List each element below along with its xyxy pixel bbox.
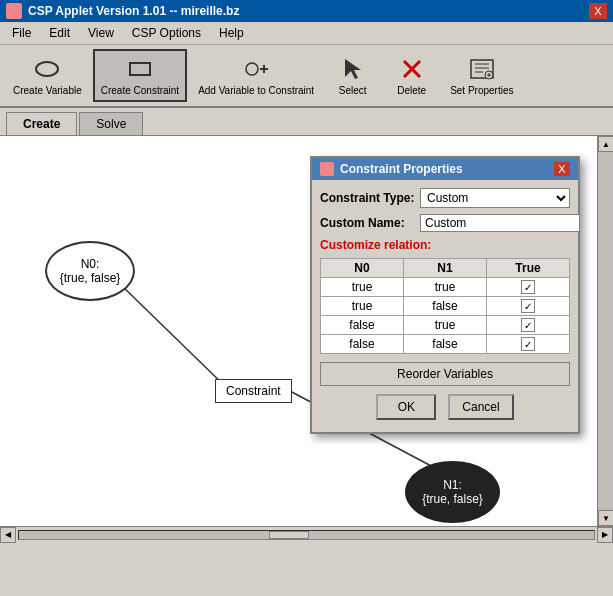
custom-name-input[interactable] bbox=[420, 214, 580, 232]
menu-file[interactable]: File bbox=[4, 24, 39, 42]
scroll-up-button[interactable]: ▲ bbox=[598, 136, 613, 152]
scroll-track-right bbox=[598, 152, 613, 510]
row1-check[interactable]: ✓ bbox=[487, 278, 570, 297]
create-constraint-button[interactable]: Create Constraint bbox=[93, 49, 187, 102]
constraint-box[interactable]: Constraint bbox=[215, 379, 292, 403]
tab-solve[interactable]: Solve bbox=[79, 112, 143, 135]
row2-n1: false bbox=[404, 297, 487, 316]
right-scrollbar: ▲ ▼ bbox=[597, 136, 613, 526]
select-button[interactable]: Select bbox=[325, 50, 380, 101]
relation-table: N0 N1 True true true ✓ true bbox=[320, 258, 570, 354]
checkbox-row3[interactable]: ✓ bbox=[521, 318, 535, 332]
add-variable-label: Add Variable to Constraint bbox=[198, 85, 314, 96]
menu-bar: File Edit View CSP Options Help bbox=[0, 22, 613, 45]
constraint-type-label: Constraint Type: bbox=[320, 191, 420, 205]
svg-point-2 bbox=[246, 63, 258, 75]
reorder-variables-button[interactable]: Reorder Variables bbox=[320, 362, 570, 386]
bottom-scrollbar: ◀ ▶ bbox=[0, 526, 613, 542]
menu-csp-options[interactable]: CSP Options bbox=[124, 24, 209, 42]
title-bar: CSP Applet Version 1.01 -- mireille.bz X bbox=[0, 0, 613, 22]
svg-marker-5 bbox=[345, 59, 361, 79]
dialog-body: Constraint Type: Custom AllDiff AllSame … bbox=[312, 180, 578, 432]
select-label: Select bbox=[339, 85, 367, 96]
select-icon bbox=[339, 55, 367, 83]
node-n1-label: N1:{true, false} bbox=[422, 478, 483, 506]
create-variable-label: Create Variable bbox=[13, 85, 82, 96]
dialog-footer: OK Cancel bbox=[320, 394, 570, 424]
row4-n1: false bbox=[404, 335, 487, 354]
table-row: false true ✓ bbox=[321, 316, 570, 335]
col-header-n0: N0 bbox=[321, 259, 404, 278]
relation-table-body: true true ✓ true false ✓ false true bbox=[321, 278, 570, 354]
row3-n1: true bbox=[404, 316, 487, 335]
app-icon bbox=[6, 3, 22, 19]
create-constraint-label: Create Constraint bbox=[101, 85, 179, 96]
row2-check[interactable]: ✓ bbox=[487, 297, 570, 316]
row1-n1: true bbox=[404, 278, 487, 297]
delete-label: Delete bbox=[397, 85, 426, 96]
scroll-right-button[interactable]: ▶ bbox=[597, 527, 613, 543]
row1-n0: true bbox=[321, 278, 404, 297]
col-header-true: True bbox=[487, 259, 570, 278]
col-header-n1: N1 bbox=[404, 259, 487, 278]
customize-relation-label: Customize relation: bbox=[320, 238, 570, 252]
set-properties-label: Set Properties bbox=[450, 85, 513, 96]
set-properties-button[interactable]: Set Properties bbox=[443, 50, 520, 101]
delete-icon bbox=[398, 55, 426, 83]
scroll-down-button[interactable]: ▼ bbox=[598, 510, 613, 526]
constraint-type-select[interactable]: Custom AllDiff AllSame bbox=[420, 188, 570, 208]
dialog-title-bar: Constraint Properties X bbox=[312, 158, 578, 180]
cancel-button[interactable]: Cancel bbox=[448, 394, 513, 420]
row4-n0: false bbox=[321, 335, 404, 354]
canvas-area[interactable]: N0:{true, false} Constraint N1:{true, fa… bbox=[0, 136, 613, 526]
table-row: true true ✓ bbox=[321, 278, 570, 297]
ok-button[interactable]: OK bbox=[376, 394, 436, 420]
menu-edit[interactable]: Edit bbox=[41, 24, 78, 42]
tab-create[interactable]: Create bbox=[6, 112, 77, 135]
constraint-properties-dialog: Constraint Properties X Constraint Type:… bbox=[310, 156, 580, 434]
constraint-label: Constraint bbox=[226, 384, 281, 398]
row2-n0: true bbox=[321, 297, 404, 316]
scroll-thumb-bottom[interactable] bbox=[269, 531, 309, 539]
checkbox-row4[interactable]: ✓ bbox=[521, 337, 535, 351]
tab-bar: Create Solve bbox=[0, 108, 613, 136]
add-variable-icon bbox=[242, 55, 270, 83]
scroll-left-button[interactable]: ◀ bbox=[0, 527, 16, 543]
menu-view[interactable]: View bbox=[80, 24, 122, 42]
row4-check[interactable]: ✓ bbox=[487, 335, 570, 354]
create-variable-icon bbox=[33, 55, 61, 83]
checkbox-row1[interactable]: ✓ bbox=[521, 280, 535, 294]
delete-button[interactable]: Delete bbox=[384, 50, 439, 101]
table-row: false false ✓ bbox=[321, 335, 570, 354]
checkbox-row2[interactable]: ✓ bbox=[521, 299, 535, 313]
add-variable-button[interactable]: Add Variable to Constraint bbox=[191, 50, 321, 101]
create-variable-button[interactable]: Create Variable bbox=[6, 50, 89, 101]
close-button[interactable]: X bbox=[589, 3, 607, 19]
menu-help[interactable]: Help bbox=[211, 24, 252, 42]
svg-rect-1 bbox=[130, 63, 150, 75]
custom-name-row: Custom Name: bbox=[320, 214, 570, 232]
app-title: CSP Applet Version 1.01 -- mireille.bz bbox=[28, 4, 239, 18]
row3-check[interactable]: ✓ bbox=[487, 316, 570, 335]
toolbar: Create Variable Create Constraint Add Va… bbox=[0, 45, 613, 108]
node-n1[interactable]: N1:{true, false} bbox=[405, 461, 500, 523]
svg-point-0 bbox=[36, 62, 58, 76]
custom-name-label: Custom Name: bbox=[320, 216, 420, 230]
row3-n0: false bbox=[321, 316, 404, 335]
node-n0[interactable]: N0:{true, false} bbox=[45, 241, 135, 301]
constraint-type-row: Constraint Type: Custom AllDiff AllSame bbox=[320, 188, 570, 208]
node-n0-label: N0:{true, false} bbox=[60, 257, 121, 285]
svg-line-15 bbox=[120, 284, 230, 391]
dialog-close-button[interactable]: X bbox=[554, 162, 570, 176]
dialog-title: Constraint Properties bbox=[340, 162, 463, 176]
table-row: true false ✓ bbox=[321, 297, 570, 316]
dialog-icon bbox=[320, 162, 334, 176]
set-properties-icon bbox=[468, 55, 496, 83]
create-constraint-icon bbox=[126, 55, 154, 83]
scroll-track-bottom[interactable] bbox=[18, 530, 595, 540]
